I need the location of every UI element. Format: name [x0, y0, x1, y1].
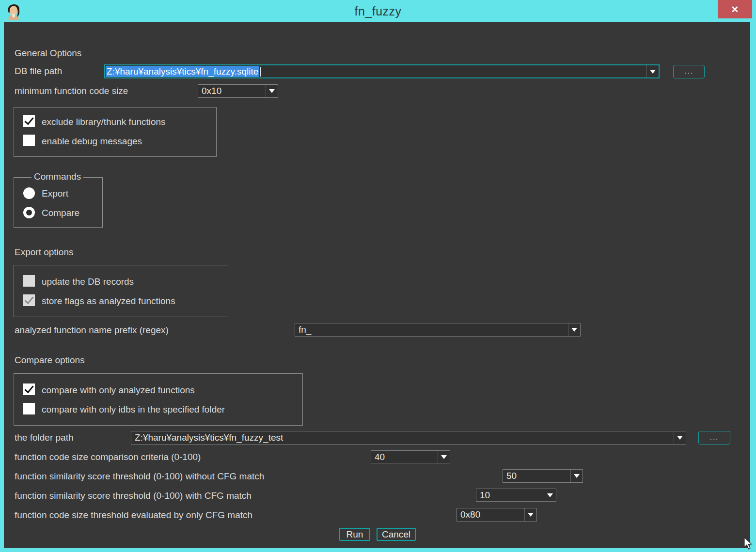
- checkbox-compare-analyzed-only[interactable]: [23, 383, 35, 395]
- commands-group: Commands: [14, 177, 103, 228]
- checkbox-enable-debug[interactable]: [23, 135, 35, 146]
- commands-group-legend: Commands: [32, 171, 83, 182]
- db-file-path-combobox[interactable]: Z:¥haru¥analysis¥tics¥fn_fuzzy.sqlite: [104, 64, 660, 78]
- similarity-with-cfg-value: 10: [480, 490, 490, 501]
- code-size-criteria-dropdown-button[interactable]: [438, 451, 450, 463]
- checkbox-exclude-library-thunk[interactable]: [23, 115, 35, 127]
- folder-path-combobox[interactable]: Z:¥haru¥analysis¥tics¥fn_fuzzy_test: [131, 431, 686, 445]
- folder-path-value: Z:¥haru¥analysis¥tics¥fn_fuzzy_test: [135, 432, 283, 443]
- similarity-without-cfg-label: function similarity score threshold (0-1…: [15, 471, 264, 482]
- db-file-path-value: Z:¥haru¥analysis¥tics¥fn_fuzzy.sqlite: [106, 66, 261, 77]
- chevron-down-icon: [269, 89, 275, 93]
- checkbox-exclude-library-thunk-label[interactable]: exclude library/thunk functions: [42, 117, 166, 127]
- export-options-heading: Export options: [15, 247, 73, 258]
- export-options-group: [14, 265, 228, 317]
- db-file-path-browse-button[interactable]: ...: [673, 65, 705, 78]
- similarity-with-cfg-label: function similarity score threshold (0-1…: [15, 491, 252, 501]
- cancel-button[interactable]: Cancel: [377, 528, 416, 541]
- checkbox-update-db-records: [23, 275, 35, 287]
- chevron-down-icon: [571, 328, 577, 332]
- similarity-without-cfg-value: 50: [506, 471, 517, 481]
- db-file-path-label: DB file path: [15, 66, 62, 77]
- radio-export-label[interactable]: Export: [42, 188, 68, 199]
- general-checkbox-group: [14, 107, 217, 157]
- min-func-code-size-label: minimum function code size: [15, 86, 128, 96]
- db-file-path-dropdown-button[interactable]: [646, 65, 659, 77]
- checkbox-compare-analyzed-only-label[interactable]: compare with only analyzed functions: [42, 385, 195, 396]
- chevron-down-icon: [677, 436, 683, 440]
- compare-options-heading: Compare options: [15, 355, 85, 366]
- checkbox-store-flags-label: store flags as analyzed functions: [42, 296, 175, 307]
- chevron-down-icon: [547, 493, 553, 497]
- checkbox-compare-idbs-folder[interactable]: [23, 403, 35, 414]
- close-button[interactable]: ✕: [718, 0, 752, 18]
- checkbox-enable-debug-label[interactable]: enable debug messages: [42, 136, 142, 147]
- similarity-without-cfg-dropdown-button[interactable]: [570, 470, 583, 482]
- similarity-with-cfg-dropdown-button[interactable]: [544, 489, 556, 501]
- folder-path-label: the folder path: [15, 432, 73, 443]
- titlebar[interactable]: fn_fuzzy ✕: [0, 0, 756, 22]
- radio-compare-label[interactable]: Compare: [42, 208, 79, 218]
- code-size-criteria-dropdown[interactable]: 40: [371, 450, 450, 463]
- min-func-code-size-value: 0x10: [202, 86, 221, 96]
- min-func-code-size-dropdown[interactable]: 0x10: [198, 84, 278, 98]
- chevron-down-icon: [528, 513, 534, 517]
- code-size-criteria-label: function code size comparison criteria (…: [15, 452, 201, 462]
- code-size-criteria-value: 40: [375, 452, 385, 462]
- text-caret: [260, 67, 261, 77]
- db-file-path-selected-text: Z:¥haru¥analysis¥tics¥fn_fuzzy.sqlite: [106, 66, 259, 77]
- checkbox-store-flags: [23, 294, 35, 306]
- similarity-with-cfg-dropdown[interactable]: 10: [476, 489, 556, 502]
- prefix-regex-label: analyzed function name prefix (regex): [15, 325, 169, 336]
- min-func-code-size-dropdown-button[interactable]: [266, 85, 278, 97]
- compare-options-group: [14, 373, 303, 426]
- run-button[interactable]: Run: [339, 528, 370, 541]
- checkbox-compare-idbs-folder-label[interactable]: compare with only idbs in the specified …: [42, 404, 225, 415]
- radio-compare[interactable]: [23, 207, 35, 218]
- general-options-heading: General Options: [15, 48, 81, 59]
- prefix-regex-dropdown-button[interactable]: [568, 323, 580, 336]
- chevron-down-icon: [574, 474, 580, 478]
- code-size-cfg-only-value: 0x80: [460, 509, 480, 520]
- radio-export[interactable]: [23, 187, 35, 199]
- prefix-regex-value: fn_: [299, 324, 311, 335]
- chevron-down-icon: [650, 70, 656, 74]
- code-size-cfg-only-dropdown-button[interactable]: [524, 508, 536, 521]
- code-size-cfg-only-dropdown[interactable]: 0x80: [457, 508, 537, 521]
- window-title: fn_fuzzy: [0, 4, 756, 18]
- chevron-down-icon: [441, 455, 447, 459]
- folder-path-browse-button[interactable]: ...: [698, 431, 730, 445]
- code-size-cfg-only-label: function code size threshold evaluated b…: [15, 510, 252, 521]
- prefix-regex-combobox[interactable]: fn_: [295, 323, 581, 337]
- similarity-without-cfg-dropdown[interactable]: 50: [503, 469, 583, 483]
- fn-fuzzy-dialog: fn_fuzzy ✕ General Options DB file path …: [0, 0, 756, 552]
- folder-path-dropdown-button[interactable]: [674, 431, 686, 444]
- checkbox-update-db-records-label: update the DB records: [42, 276, 134, 287]
- close-icon: ✕: [731, 4, 739, 15]
- mouse-cursor-icon: [743, 537, 754, 550]
